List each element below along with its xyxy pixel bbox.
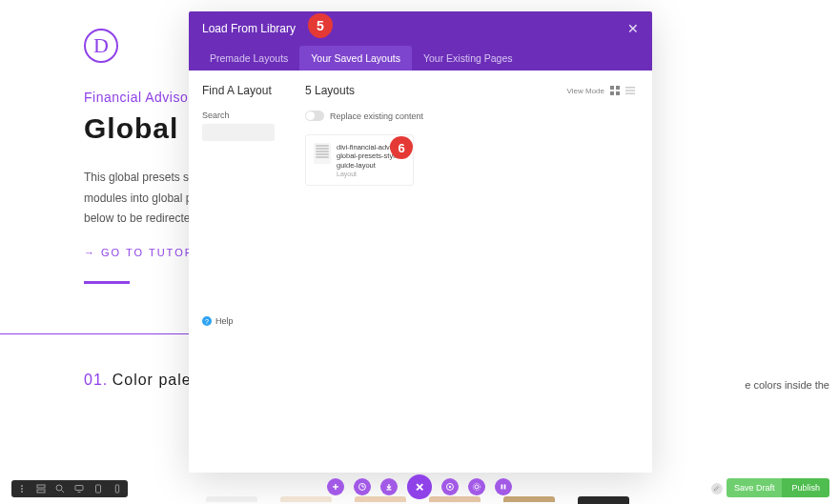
- publish-button[interactable]: Publish: [782, 478, 829, 497]
- main-header: 5 Layouts View Mode: [305, 84, 635, 97]
- add-section-button[interactable]: [327, 478, 344, 495]
- tab-your-saved-layouts[interactable]: Your Saved Layouts: [299, 46, 412, 71]
- close-builder-button[interactable]: [407, 474, 432, 499]
- modal-body: Find A Layout Search ? Help 5 Layouts Vi…: [189, 71, 652, 473]
- phone-icon[interactable]: [113, 484, 122, 494]
- help-icon: ?: [202, 316, 212, 326]
- save-draft-button[interactable]: Save Draft: [726, 478, 783, 497]
- view-mode-controls: View Mode: [567, 86, 635, 95]
- help-label: Help: [215, 316, 234, 326]
- save-to-library-icon[interactable]: [380, 478, 398, 495]
- svg-point-30: [473, 483, 481, 491]
- divi-logo-letter: D: [93, 33, 109, 58]
- view-mode-label: View Mode: [567, 87, 604, 95]
- replace-content-label: Replace existing content: [330, 111, 423, 121]
- builder-action-bar: [327, 474, 512, 499]
- swatch: [280, 496, 332, 502]
- svg-point-9: [21, 491, 23, 493]
- search-label: Search: [202, 111, 274, 120]
- save-publish-bar: Save Draft Publish: [726, 478, 829, 497]
- section-number: 01.: [84, 372, 108, 388]
- close-icon[interactable]: ✕: [627, 21, 639, 36]
- svg-rect-4: [625, 87, 635, 89]
- svg-rect-3: [616, 91, 620, 95]
- svg-rect-16: [96, 485, 101, 493]
- link-underline: [84, 281, 130, 284]
- gear-icon[interactable]: [468, 478, 485, 495]
- svg-point-7: [21, 485, 23, 487]
- svg-rect-0: [610, 86, 614, 90]
- page-settings-icon[interactable]: [441, 478, 459, 495]
- zoom-icon[interactable]: [55, 484, 65, 494]
- search-input[interactable]: [202, 124, 275, 141]
- help-link[interactable]: ? Help: [202, 316, 274, 459]
- swatch: [578, 496, 629, 504]
- svg-line-13: [62, 491, 65, 494]
- modal-header: Load From Library ✕: [189, 11, 652, 46]
- columns-icon[interactable]: [495, 478, 512, 495]
- tablet-icon[interactable]: [93, 484, 103, 494]
- edit-icon[interactable]: [711, 483, 723, 494]
- svg-point-29: [475, 485, 479, 489]
- svg-rect-32: [504, 485, 506, 490]
- svg-point-28: [449, 486, 451, 488]
- svg-rect-11: [37, 490, 45, 493]
- tab-your-existing-pages[interactable]: Your Existing Pages: [412, 46, 524, 71]
- modal-sidebar: Find A Layout Search ? Help: [189, 71, 288, 473]
- sidebar-title: Find A Layout: [202, 84, 274, 97]
- load-from-library-modal: Load From Library ✕ Premade Layouts Your…: [189, 11, 652, 473]
- layout-thumbnail: [314, 143, 331, 164]
- svg-rect-31: [501, 485, 503, 490]
- desktop-icon[interactable]: [74, 484, 84, 494]
- tab-premade-layouts[interactable]: Premade Layouts: [198, 46, 299, 71]
- svg-rect-2: [610, 91, 614, 95]
- view-list-icon[interactable]: [625, 86, 635, 95]
- svg-point-12: [56, 485, 62, 491]
- svg-point-8: [21, 488, 23, 490]
- replace-content-toggle[interactable]: [305, 111, 324, 121]
- divi-logo: D: [84, 29, 118, 63]
- svg-rect-1: [616, 86, 620, 90]
- more-icon[interactable]: [17, 484, 27, 494]
- wireframe-icon[interactable]: [36, 484, 46, 494]
- swatch: [206, 496, 257, 502]
- replace-content-row: Replace existing content: [305, 111, 635, 121]
- layouts-count-title: 5 Layouts: [305, 84, 355, 97]
- layout-type: Layout: [337, 171, 405, 177]
- svg-rect-17: [115, 485, 118, 493]
- clock-icon[interactable]: [354, 478, 371, 495]
- svg-rect-5: [625, 90, 635, 91]
- modal-title: Load From Library: [202, 22, 296, 35]
- svg-rect-10: [37, 485, 45, 488]
- svg-rect-14: [75, 486, 83, 491]
- modal-main: 5 Layouts View Mode Replace existing con…: [288, 71, 652, 473]
- modal-tabs: Premade Layouts Your Saved Layouts Your …: [189, 46, 652, 71]
- truncated-text: e colors inside the: [745, 379, 829, 391]
- responsive-preview-toolbar: [11, 480, 128, 497]
- view-grid-icon[interactable]: [610, 86, 620, 95]
- svg-rect-6: [625, 93, 635, 95]
